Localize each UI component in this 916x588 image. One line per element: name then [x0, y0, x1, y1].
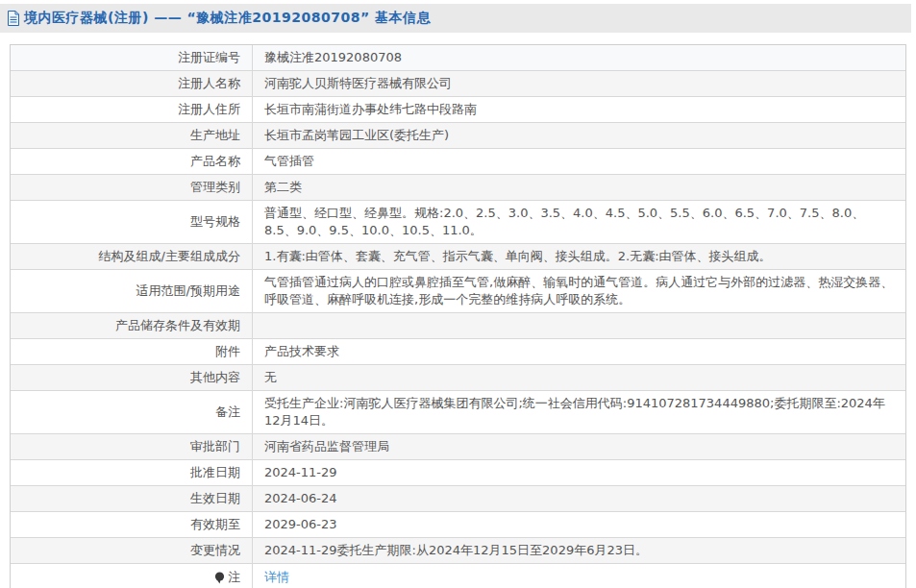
row-value-cell: 气管插管通过病人的口腔或鼻腔插至气管,做麻醉、输氧时的通气管道。病人通过它与外部…: [253, 270, 905, 312]
row-label: 变更情况: [190, 542, 240, 559]
row-value: 受托生产企业:河南驼人医疗器械集团有限公司;统一社会信用代码:914107281…: [264, 395, 894, 429]
table-row: 附件 产品技术要求: [11, 339, 905, 365]
row-label: 注册证编号: [178, 49, 240, 66]
row-label: 注册人名称: [178, 75, 240, 92]
row-label: 产品名称: [190, 153, 240, 170]
row-value: 气管插管: [264, 153, 314, 170]
row-label-cell: 注册证编号: [11, 45, 253, 70]
row-label: 审批部门: [190, 438, 240, 455]
row-value-cell: 普通型、经口型、经鼻型。规格:2.0、2.5、3.0、3.5、4.0、4.5、5…: [253, 201, 905, 243]
row-label-cell: 型号规格: [11, 201, 253, 243]
table-row: 有效期至 2029-06-23: [11, 512, 905, 538]
row-value-cell: 第二类: [253, 175, 905, 200]
table-row: 生效日期 2024-06-24: [11, 486, 905, 512]
row-value-cell: 气管插管: [253, 149, 905, 174]
row-value-cell: 河南省药品监督管理局: [253, 434, 905, 459]
page-title: 境内医疗器械(注册) —— “豫械注准20192080708” 基本信息: [24, 10, 431, 27]
row-label: 结构及组成/主要组成成分: [99, 248, 240, 265]
table-row: 生产地址 长垣市孟岗苇园工业区(委托生产): [11, 123, 905, 149]
row-value-cell: 2024-11-29: [253, 460, 905, 485]
row-value: 长垣市南蒲街道办事处纬七路中段路南: [264, 101, 477, 118]
row-value: 第二类: [264, 179, 302, 196]
table-row: 审批部门 河南省药品监督管理局: [11, 434, 905, 460]
table-row: 管理类别 第二类: [11, 175, 905, 201]
row-label: 型号规格: [190, 213, 240, 231]
table-row: 适用范围/预期用途 气管插管通过病人的口腔或鼻腔插至气管,做麻醉、输氧时的通气管…: [11, 270, 905, 313]
table-row: 其他内容 无: [11, 365, 905, 391]
table-row: 产品储存条件及有效期: [11, 313, 905, 339]
row-label: 适用范围/预期用途: [136, 282, 240, 300]
row-value-cell: 河南驼人贝斯特医疗器械有限公司: [253, 71, 905, 96]
row-label-cell: 注: [11, 564, 253, 588]
row-value-cell: 受托生产企业:河南驼人医疗器械集团有限公司;统一社会信用代码:914107281…: [253, 391, 905, 433]
row-value-cell: [253, 313, 905, 338]
row-label-cell: 有效期至: [11, 512, 253, 537]
note-balloon-icon: [214, 572, 225, 584]
table-row: 注册人住所 长垣市南蒲街道办事处纬七路中段路南: [11, 97, 905, 123]
row-value: 豫械注准20192080708: [264, 49, 402, 66]
row-value: 2024-06-24: [264, 490, 337, 507]
row-value: 2024-11-29委托生产期限:从2024年12月15日至2029年6月23日…: [264, 542, 648, 559]
details-link[interactable]: 详情: [264, 569, 289, 586]
row-label-cell: 附件: [11, 339, 253, 364]
row-label-cell: 其他内容: [11, 365, 253, 390]
row-label-cell: 审批部门: [11, 434, 253, 459]
row-value: 产品技术要求: [264, 343, 339, 360]
row-label-cell: 产品名称: [11, 149, 253, 174]
row-label-cell: 注册人住所: [11, 97, 253, 122]
row-label: 生产地址: [190, 127, 240, 144]
row-label: 管理类别: [190, 179, 240, 196]
row-value: 普通型、经口型、经鼻型。规格:2.0、2.5、3.0、3.5、4.0、4.5、5…: [264, 205, 894, 239]
row-value-cell: 详情: [253, 564, 905, 588]
device-info-table: 注册证编号 豫械注准20192080708 注册人名称 河南驼人贝斯特医疗器械有…: [10, 44, 906, 588]
row-label-cell: 生产地址: [11, 123, 253, 148]
row-value-cell: 2024-06-24: [253, 486, 905, 511]
row-value: 河南省药品监督管理局: [264, 438, 389, 455]
row-value: 长垣市孟岗苇园工业区(委托生产): [264, 127, 449, 144]
row-value-cell: 无: [253, 365, 905, 390]
row-value-cell: 长垣市孟岗苇园工业区(委托生产): [253, 123, 905, 148]
row-label-cell: 产品储存条件及有效期: [11, 313, 253, 338]
row-label: 生效日期: [190, 490, 240, 507]
row-value: 气管插管通过病人的口腔或鼻腔插至气管,做麻醉、输氧时的通气管道。病人通过它与外部…: [264, 274, 894, 308]
row-label: 附件: [215, 343, 240, 360]
row-value: 2024-11-29: [264, 464, 337, 481]
row-value: 无: [264, 369, 277, 386]
row-label-cell: 生效日期: [11, 486, 253, 511]
row-label-cell: 结构及组成/主要组成成分: [11, 244, 253, 269]
table-row: 注 详情: [11, 564, 905, 588]
row-label: 批准日期: [190, 464, 240, 481]
row-label: 备注: [215, 404, 240, 421]
row-label: 注: [228, 569, 240, 586]
row-label-cell: 注册人名称: [11, 71, 253, 96]
row-value: 2029-06-23: [264, 516, 337, 533]
row-label-cell: 变更情况: [11, 538, 253, 563]
table-row: 备注 受托生产企业:河南驼人医疗器械集团有限公司;统一社会信用代码:914107…: [11, 391, 905, 434]
row-label: 其他内容: [190, 369, 240, 386]
row-value-cell: 长垣市南蒲街道办事处纬七路中段路南: [253, 97, 905, 122]
row-label-cell: 管理类别: [11, 175, 253, 200]
row-value-cell: 1.有囊:由管体、套囊、充气管、指示气囊、单向阀、接头组成。2.无囊:由管体、接…: [253, 244, 905, 269]
row-value-cell: 产品技术要求: [253, 339, 905, 364]
table-row: 注册证编号 豫械注准20192080708: [11, 45, 905, 71]
table-row: 产品名称 气管插管: [11, 149, 905, 175]
table-row: 变更情况 2024-11-29委托生产期限:从2024年12月15日至2029年…: [11, 538, 905, 564]
row-label-cell: 备注: [11, 391, 253, 433]
row-label: 有效期至: [190, 516, 240, 533]
table-row: 结构及组成/主要组成成分 1.有囊:由管体、套囊、充气管、指示气囊、单向阀、接头…: [11, 244, 905, 270]
document-icon: [7, 11, 20, 26]
row-value-cell: 2029-06-23: [253, 512, 905, 537]
row-value: 河南驼人贝斯特医疗器械有限公司: [264, 75, 452, 92]
row-value: 1.有囊:由管体、套囊、充气管、指示气囊、单向阀、接头组成。2.无囊:由管体、接…: [264, 248, 772, 265]
row-label-cell: 适用范围/预期用途: [11, 270, 253, 312]
table-row: 注册人名称 河南驼人贝斯特医疗器械有限公司: [11, 71, 905, 97]
table-row: 型号规格 普通型、经口型、经鼻型。规格:2.0、2.5、3.0、3.5、4.0、…: [11, 201, 905, 244]
row-value-cell: 豫械注准20192080708: [253, 45, 905, 70]
page-header: 境内医疗器械(注册) —— “豫械注准20192080708” 基本信息: [0, 4, 911, 33]
row-value-cell: 2024-11-29委托生产期限:从2024年12月15日至2029年6月23日…: [253, 538, 905, 563]
row-label: 产品储存条件及有效期: [115, 317, 240, 334]
table-row: 批准日期 2024-11-29: [11, 460, 905, 486]
row-label-cell: 批准日期: [11, 460, 253, 485]
row-label: 注册人住所: [178, 101, 240, 118]
